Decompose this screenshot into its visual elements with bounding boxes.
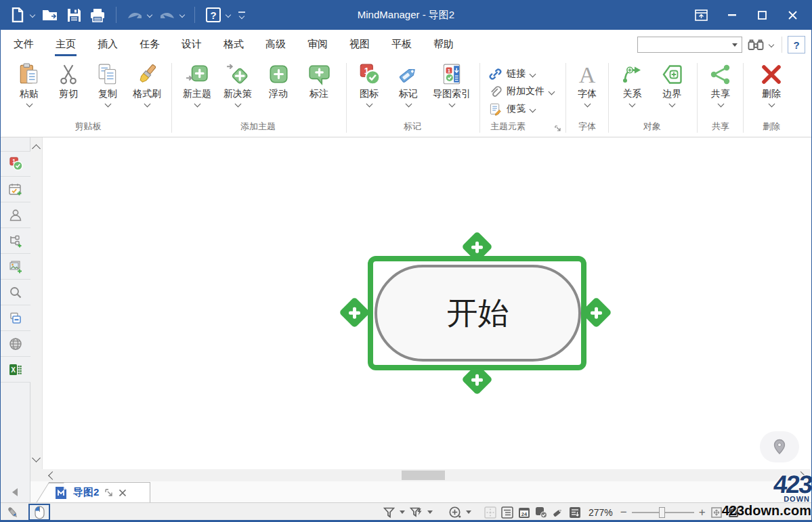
- open-button[interactable]: [39, 5, 61, 25]
- floating-topic-button[interactable]: 浮动: [258, 60, 299, 119]
- print-button[interactable]: [87, 5, 108, 25]
- sidebar-item-task-info[interactable]: [0, 177, 30, 202]
- copy-button[interactable]: 复制: [88, 60, 127, 119]
- tab-home[interactable]: 主页: [45, 30, 87, 60]
- horizontal-scroll-thumb[interactable]: [402, 471, 445, 480]
- customize-qat-button[interactable]: [235, 5, 249, 25]
- notes-dropdown[interactable]: [530, 106, 536, 112]
- help-quick-dropdown[interactable]: [226, 12, 231, 18]
- sidebar-item-map-parts[interactable]: [0, 228, 30, 254]
- schedule-view-button[interactable]: 24: [518, 506, 530, 519]
- relationship-button[interactable]: 关系: [612, 60, 652, 119]
- scroll-right-arrow[interactable]: [796, 471, 805, 480]
- callout-button[interactable]: 标注: [299, 60, 339, 119]
- horizontal-scrollbar[interactable]: [30, 469, 811, 481]
- close-button[interactable]: [777, 3, 808, 26]
- delete-dropdown[interactable]: [768, 101, 775, 108]
- search-input[interactable]: [641, 38, 729, 51]
- undo-button[interactable]: [124, 5, 146, 25]
- map-index-dropdown[interactable]: [448, 101, 455, 108]
- tag-markers-button[interactable]: 标记: [389, 60, 428, 119]
- boundary-dropdown[interactable]: [669, 101, 676, 108]
- tab-insert[interactable]: 插入: [87, 30, 129, 60]
- find-binoculars-icon[interactable]: [748, 39, 764, 51]
- tab-close-icon[interactable]: [119, 489, 127, 497]
- new-topic-dropdown[interactable]: [194, 101, 200, 108]
- share-button[interactable]: 共享: [700, 60, 741, 119]
- sidebar-item-icon-markers[interactable]: 1: [0, 151, 30, 177]
- tag-markers-dropdown[interactable]: [405, 101, 412, 108]
- sidebar-item-images[interactable]: [0, 254, 30, 280]
- new-decision-button[interactable]: 新决策: [217, 60, 258, 119]
- index-view-button[interactable]: [569, 506, 581, 519]
- vertical-scrollbar[interactable]: [30, 137, 43, 469]
- sidebar-item-search[interactable]: [0, 280, 30, 305]
- relationship-dropdown[interactable]: [629, 101, 636, 108]
- notes-button[interactable]: 便笺: [484, 100, 563, 118]
- sidebar-item-web[interactable]: [0, 331, 30, 357]
- central-topic[interactable]: 开始: [375, 265, 581, 362]
- font-button[interactable]: A 字体: [568, 60, 607, 119]
- redo-dropdown[interactable]: [179, 12, 185, 18]
- pen-mode-icon[interactable]: [5, 505, 23, 520]
- presentation-button[interactable]: [727, 506, 740, 519]
- scroll-down-arrow[interactable]: [32, 454, 41, 462]
- help-quick-button[interactable]: ?: [202, 5, 224, 25]
- search-dropdown-caret[interactable]: [732, 43, 738, 47]
- ribbon-display-options-button[interactable]: [686, 3, 717, 26]
- tab-help[interactable]: 帮助: [423, 30, 465, 60]
- sidebar-item-resources[interactable]: [0, 202, 30, 228]
- tab-design[interactable]: 设计: [171, 30, 213, 60]
- sidebar-item-excel-export[interactable]: X: [0, 357, 30, 383]
- redo-button[interactable]: [156, 5, 178, 25]
- icon-markers-dropdown[interactable]: [366, 101, 372, 108]
- search-combobox[interactable]: [637, 37, 742, 53]
- save-button[interactable]: [63, 5, 85, 25]
- zoom-slider-handle[interactable]: [659, 507, 665, 518]
- map-pin-button[interactable]: [760, 431, 799, 462]
- attachment-button[interactable]: 附加文件: [484, 83, 563, 100]
- copy-dropdown[interactable]: [104, 101, 111, 108]
- mouse-mode-button[interactable]: [28, 504, 50, 521]
- document-tab[interactable]: 导图2: [49, 482, 150, 502]
- undo-dropdown[interactable]: [147, 12, 152, 18]
- boundary-button[interactable]: 边界: [652, 60, 692, 119]
- new-topic-button[interactable]: 新主题: [177, 60, 217, 119]
- paste-button[interactable]: 粘贴: [9, 60, 49, 119]
- map-index-button[interactable]: 1 导图索引: [428, 60, 475, 119]
- zoom-in-button[interactable]: +: [699, 506, 706, 518]
- detail-level-button[interactable]: [448, 506, 461, 519]
- cut-button[interactable]: 剪切: [49, 60, 88, 119]
- power-filter-dropdown[interactable]: [427, 510, 433, 514]
- link-dropdown[interactable]: [530, 70, 536, 77]
- new-document-dropdown[interactable]: [30, 12, 35, 18]
- filter-dropdown[interactable]: [400, 510, 405, 514]
- minimize-button[interactable]: [717, 3, 747, 26]
- detail-level-dropdown[interactable]: [466, 510, 471, 514]
- tab-view[interactable]: 视图: [339, 30, 381, 60]
- font-dropdown[interactable]: [584, 101, 591, 108]
- sidebar-item-snippets[interactable]: [0, 305, 30, 331]
- tab-file[interactable]: 文件: [3, 30, 45, 60]
- tab-task[interactable]: 任务: [129, 30, 171, 60]
- icon-markers-button[interactable]: 1 图标: [349, 60, 389, 119]
- new-decision-dropdown[interactable]: [234, 101, 241, 108]
- power-filter-button[interactable]: [410, 507, 423, 518]
- share-dropdown[interactable]: [717, 101, 724, 108]
- zoom-out-button[interactable]: −: [620, 506, 627, 518]
- paste-dropdown[interactable]: [26, 101, 33, 108]
- tab-advanced[interactable]: 高级: [255, 30, 297, 60]
- zoom-slider[interactable]: [632, 512, 694, 513]
- tab-tablet[interactable]: 平板: [381, 30, 423, 60]
- scroll-left-arrow[interactable]: [48, 471, 57, 480]
- link-button[interactable]: 链接: [484, 65, 563, 83]
- attachment-dropdown[interactable]: [549, 88, 555, 95]
- tab-scroll-left[interactable]: [0, 481, 30, 502]
- filter-button[interactable]: [383, 507, 395, 518]
- format-painter-button[interactable]: 格式刷: [127, 60, 167, 119]
- icon-view-button[interactable]: [535, 506, 547, 519]
- tab-float-icon[interactable]: [104, 488, 113, 497]
- maximize-button[interactable]: [747, 3, 777, 26]
- delete-button[interactable]: 删除: [750, 60, 792, 119]
- tab-review[interactable]: 审阅: [297, 30, 339, 60]
